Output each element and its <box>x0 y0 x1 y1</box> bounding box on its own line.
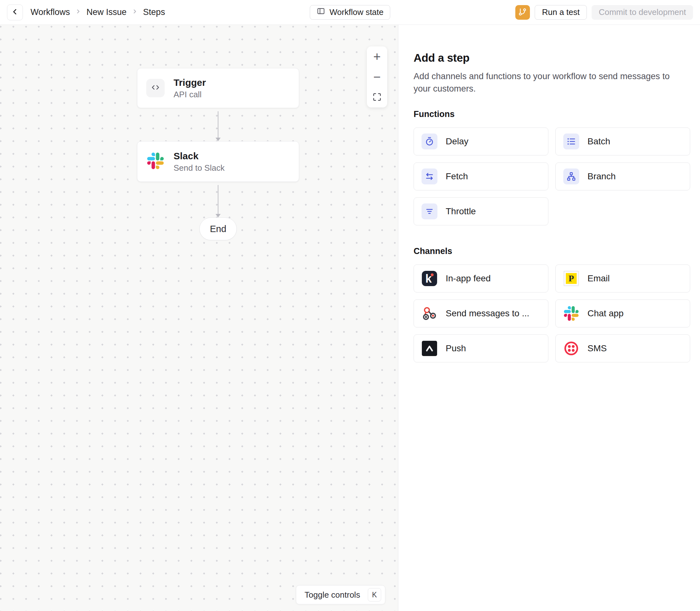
breadcrumb-steps[interactable]: Steps <box>143 7 165 17</box>
breadcrumb-workflows[interactable]: Workflows <box>31 7 70 17</box>
trigger-node-text: Trigger API call <box>174 77 206 100</box>
toggle-controls-button[interactable]: Toggle controls K <box>296 585 385 604</box>
slack-node-text: Slack Send to Slack <box>174 150 224 173</box>
panel-left-icon <box>316 7 325 18</box>
channel-card-label: Chat app <box>587 308 624 318</box>
fit-view-button[interactable] <box>367 87 387 107</box>
zoom-controls: + − <box>367 46 387 107</box>
end-node: End <box>199 218 237 240</box>
top-bar: Workflows New Issue Steps Workflow state… <box>0 0 700 25</box>
function-card-label: Delay <box>446 136 468 147</box>
workflow-state-label: Workflow state <box>329 7 383 17</box>
hierarchy-icon <box>563 168 579 184</box>
slack-node-icon-box <box>146 152 165 171</box>
functions-heading: Functions <box>414 109 690 119</box>
connector-arrow <box>218 185 219 214</box>
add-step-panel: Add a step Add channels and functions to… <box>398 25 700 611</box>
breadcrumb: Workflows New Issue Steps <box>31 7 165 17</box>
fit-view-icon <box>372 91 382 104</box>
postmark-icon: P <box>563 270 579 286</box>
channel-card-label: Push <box>446 343 466 354</box>
function-card-throttle[interactable]: Throttle <box>414 197 548 225</box>
node-title: Slack <box>174 150 224 162</box>
stopwatch-icon <box>421 134 437 149</box>
channels-heading: Channels <box>414 247 690 256</box>
function-card-delay[interactable]: Delay <box>414 128 548 155</box>
filter-lines-icon <box>421 204 437 219</box>
code-icon <box>150 82 161 94</box>
panel-title: Add a step <box>414 51 690 64</box>
channels-grid: k In-app feed P Email Send messages to .… <box>414 265 690 362</box>
channel-card-label: In-app feed <box>446 273 491 284</box>
commit-to-development-button[interactable]: Commit to development <box>592 5 693 20</box>
git-branch-icon <box>518 8 527 17</box>
function-card-label: Fetch <box>446 172 468 181</box>
channel-card-send-messages[interactable]: Send messages to ... <box>414 299 548 327</box>
keyboard-shortcut-badge: K <box>368 588 381 601</box>
twilio-icon <box>563 341 579 356</box>
slack-step-node[interactable]: Slack Send to Slack <box>137 141 299 182</box>
chevron-left-icon <box>11 7 19 17</box>
node-subtitle: Send to Slack <box>174 163 224 173</box>
channel-card-push[interactable]: Push <box>414 334 548 362</box>
minus-icon: − <box>373 71 381 83</box>
back-button[interactable] <box>7 4 23 20</box>
expo-icon <box>421 341 437 356</box>
run-test-button[interactable]: Run a test <box>535 5 587 20</box>
function-card-label: Batch <box>587 136 610 147</box>
function-card-branch[interactable]: Branch <box>555 162 690 190</box>
slack-icon <box>563 306 579 322</box>
channel-card-sms[interactable]: SMS <box>555 334 690 362</box>
workflow-state-button[interactable]: Workflow state <box>310 5 390 20</box>
toggle-controls-label: Toggle controls <box>304 590 360 600</box>
node-title: Trigger <box>174 77 206 89</box>
knock-icon: k <box>421 270 437 286</box>
top-bar-actions: Run a test Commit to development <box>515 5 693 20</box>
channel-card-in-app-feed[interactable]: k In-app feed <box>414 265 548 293</box>
panel-description: Add channels and functions to your workf… <box>414 70 682 95</box>
chevron-right-icon <box>131 7 138 17</box>
channel-card-email[interactable]: P Email <box>555 265 690 293</box>
zoom-in-button[interactable]: + <box>367 46 387 67</box>
trigger-node-icon-box <box>146 79 165 97</box>
main-area: Trigger API call Slack Send to Slack End <box>0 25 700 611</box>
function-card-label: Branch <box>587 172 616 181</box>
channel-card-chat-app[interactable]: Chat app <box>555 299 690 327</box>
zoom-out-button[interactable]: − <box>367 67 387 87</box>
trigger-node[interactable]: Trigger API call <box>137 68 299 108</box>
version-control-button[interactable] <box>515 5 530 20</box>
channel-card-label: Email <box>587 273 610 284</box>
workflow-canvas[interactable]: Trigger API call Slack Send to Slack End <box>0 25 398 611</box>
node-subtitle: API call <box>174 89 206 100</box>
plus-icon: + <box>373 50 381 63</box>
connector-arrow <box>218 111 219 138</box>
channel-card-label: SMS <box>587 343 607 354</box>
function-card-batch[interactable]: Batch <box>555 128 690 155</box>
function-card-label: Throttle <box>446 206 476 217</box>
swap-arrows-icon <box>421 168 437 184</box>
workflow-editor: Workflows New Issue Steps Workflow state… <box>0 0 700 611</box>
channel-card-label: Send messages to ... <box>446 308 529 318</box>
chevron-right-icon <box>75 7 82 17</box>
function-card-fetch[interactable]: Fetch <box>414 162 548 190</box>
slack-icon <box>147 153 164 170</box>
webhook-icon <box>421 306 437 322</box>
list-icon <box>563 134 579 149</box>
breadcrumb-new-issue[interactable]: New Issue <box>87 7 126 17</box>
functions-grid: Delay Batch Fetch <box>414 128 690 225</box>
